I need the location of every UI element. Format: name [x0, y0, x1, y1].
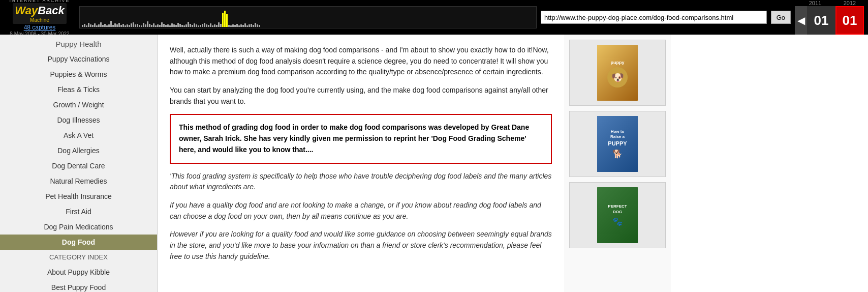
italic-para-2: If you have a quality dog food and are n… [170, 200, 552, 222]
puppy-health-header: Puppy Health [0, 37, 157, 51]
wayback-way-text: Way [15, 4, 38, 17]
prev-year-label: 2011 [809, 0, 821, 6]
logo-area: INTERNET ARCHIVE WayBack Machine 48 capt… [4, 0, 75, 37]
main-layout: Puppy Health Puppy Vaccinations Puppies … [0, 35, 868, 292]
sidebar-item-dog-allergies[interactable]: Dog Allergies [0, 143, 157, 158]
timeline-inner [80, 7, 536, 28]
wayback-back-text: Back [38, 4, 65, 17]
url-input[interactable] [541, 11, 767, 24]
active-year-box[interactable]: 01 [835, 6, 864, 35]
sidebar-item-dog-pain-medications[interactable]: Dog Pain Medications [0, 219, 157, 235]
sidebar-item-first-aid[interactable]: First Aid [0, 204, 157, 219]
wayback-machine-text: Machine [15, 17, 64, 23]
book-cover-2: How toRaise aPUPPY 🐕 [597, 116, 638, 172]
sidebar-item-growth-weight[interactable]: Growth / Weight [0, 97, 157, 112]
book-cover-3: PerfectDog 🐾 [597, 187, 638, 243]
italic-para-1: 'This food grading system is specificall… [170, 171, 552, 193]
sidebar: Puppy Health Puppy Vaccinations Puppies … [0, 35, 158, 292]
top-bar: INTERNET ARCHIVE WayBack Machine 48 capt… [0, 0, 868, 35]
book-ad-3[interactable]: PerfectDog 🐾 [569, 182, 666, 248]
sidebar-item-puppies-worms[interactable]: Puppies & Worms [0, 67, 157, 82]
book-ad-1[interactable]: puppy 🐶 [569, 40, 666, 106]
highlight-box: This method of grading dog food in order… [170, 114, 552, 163]
sidebar-item-natural-remedies[interactable]: Natural Remedies [0, 173, 157, 189]
sidebar-item-fleas-ticks[interactable]: Fleas & Ticks [0, 82, 157, 97]
book-ad-2[interactable]: How toRaise aPUPPY 🐕 [569, 111, 666, 177]
content-para-1: Well, actually there is such a way of ma… [170, 45, 552, 78]
year-navigation: 2011 ◀ 01 2012 01 [795, 0, 864, 35]
sidebar-item-dog-food[interactable]: Dog Food [0, 235, 157, 250]
prev-arrow[interactable]: ◀ [795, 6, 807, 35]
go-button[interactable]: Go [771, 11, 791, 24]
sidebar-item-pet-health-insurance[interactable]: Pet Health Insurance [0, 189, 157, 204]
sidebar-item-dog-illnesses[interactable]: Dog Illnesses [0, 112, 157, 128]
sidebar-item-ask-a-vet[interactable]: Ask A Vet [0, 128, 157, 143]
sidebar-item-category-index[interactable]: CATEGORY INDEX [0, 250, 157, 265]
sidebar-item-best-puppy-food[interactable]: Best Puppy Food [0, 280, 157, 292]
active-year-label: 2012 [844, 0, 856, 6]
sidebar-item-about-puppy-kibble[interactable]: About Puppy Kibble [0, 265, 157, 280]
main-content: Well, actually there is such a way of ma… [158, 35, 564, 292]
sidebar-item-puppy-vaccinations[interactable]: Puppy Vaccinations [0, 51, 157, 67]
prev-year-box[interactable]: 01 [807, 6, 835, 35]
wayback-logo[interactable]: WayBack Machine [13, 3, 66, 24]
sidebar-item-dog-dental-care[interactable]: Dog Dental Care [0, 158, 157, 173]
book-cover-1: puppy 🐶 [597, 45, 638, 101]
highlight-text: This method of grading dog food in order… [179, 122, 543, 155]
right-sidebar: puppy 🐶 How toRaise aPUPPY 🐕 [564, 35, 671, 292]
content-para-2: You can start by analyzing the dog food … [170, 85, 552, 107]
italic-para-3: However if you are looking for a quality… [170, 229, 552, 262]
captures-link[interactable]: 48 captures [24, 24, 56, 31]
timeline-bar[interactable] [79, 6, 537, 28]
